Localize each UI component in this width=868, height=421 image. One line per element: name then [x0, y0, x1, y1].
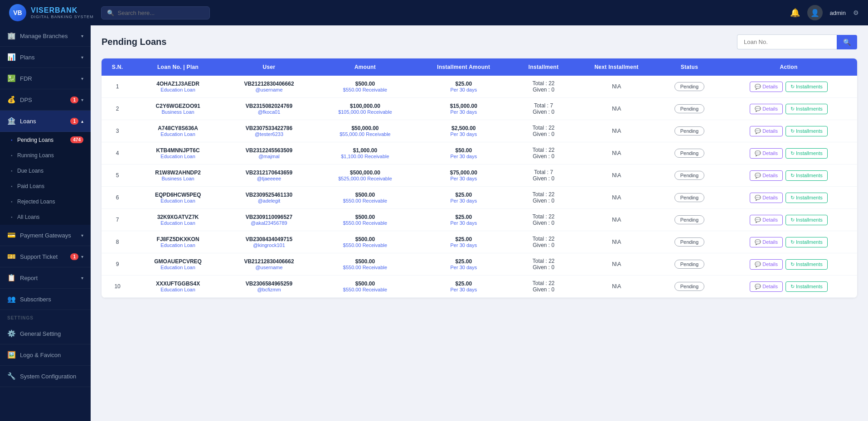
cell-action: 💬 Details ↻ Installments — [720, 231, 857, 253]
chevron-icon: ▾ — [81, 97, 83, 102]
cell-status: Pending — [659, 76, 720, 98]
cell-loan-plan: 32K9XGATVZ7K Education Loan — [133, 209, 223, 231]
sidebar-label-dps: DPS — [20, 97, 32, 103]
cell-action: 💬 Details ↻ Installments — [720, 120, 857, 142]
cell-next-installment: N\A — [574, 209, 658, 231]
cell-installment-amount: $25.00 Per 30 days — [415, 209, 513, 231]
installments-button[interactable]: ↻ Installments — [786, 126, 828, 136]
details-button[interactable]: 💬 Details — [750, 170, 783, 181]
main-layout: 🏢 Manage Branches ▾ 📊 Plans ▾ 💹 FDR ▾ 💰 … — [0, 25, 868, 421]
sidebar-label-report: Report — [20, 275, 38, 281]
cell-user: VB2315082024769 @fkoca01 — [223, 98, 315, 120]
installments-button[interactable]: ↻ Installments — [786, 170, 828, 181]
cell-status: Pending — [659, 209, 720, 231]
payment-gateways-icon: 💳 — [7, 231, 15, 239]
cell-user: VB2306584965259 @bcfizmm — [223, 276, 315, 298]
col-user: User — [223, 58, 315, 76]
installments-button[interactable]: ↻ Installments — [786, 148, 828, 159]
logo-favicon-icon: 🖼️ — [7, 351, 15, 359]
sidebar-item-fdr[interactable]: 💹 FDR ▾ — [0, 68, 91, 89]
cell-installment-amount: $25.00 Per 30 days — [415, 231, 513, 253]
cell-action: 💬 Details ↻ Installments — [720, 165, 857, 187]
chevron-icon: ▾ — [81, 34, 83, 39]
details-button[interactable]: 💬 Details — [750, 82, 783, 92]
sidebar-item-pending-loans[interactable]: Pending Loans 474 — [0, 132, 91, 148]
details-button[interactable]: 💬 Details — [750, 104, 783, 114]
sidebar-item-manage-branches[interactable]: 🏢 Manage Branches ▾ — [0, 25, 91, 47]
cell-sn: 8 — [102, 231, 133, 253]
installments-button[interactable]: ↻ Installments — [786, 82, 828, 92]
loan-search-input[interactable] — [737, 34, 837, 49]
cell-installment: Total : 7 Given : 0 — [513, 165, 575, 187]
sidebar-item-payment-gateways[interactable]: 💳 Payment Gateways ▾ — [0, 225, 91, 246]
user-gear-icon[interactable]: ⚙ — [853, 9, 859, 16]
report-icon: 📋 — [7, 274, 15, 282]
cell-user: VB2312170643659 @tjaeeeee — [223, 165, 315, 187]
sidebar-label-general-setting: General Setting — [20, 330, 61, 337]
search-input[interactable] — [118, 10, 204, 16]
details-button[interactable]: 💬 Details — [750, 193, 783, 203]
installments-button[interactable]: ↻ Installments — [786, 259, 828, 270]
sidebar-item-report[interactable]: 📋 Report ▾ — [0, 267, 91, 289]
details-button[interactable]: 💬 Details — [750, 215, 783, 225]
sidebar-item-general-setting[interactable]: ⚙️ General Setting — [0, 323, 91, 344]
cell-user: VB2309525461130 @adelegit — [223, 187, 315, 209]
loans-table: S.N. Loan No. | Plan User Amount Install… — [102, 58, 857, 298]
installments-button[interactable]: ↻ Installments — [786, 193, 828, 203]
cell-installment: Total : 22 Given : 0 — [513, 276, 575, 298]
cell-next-installment: N\A — [574, 165, 658, 187]
cell-action: 💬 Details ↻ Installments — [720, 253, 857, 276]
cell-sn: 1 — [102, 76, 133, 98]
cell-installment: Total : 22 Given : 0 — [513, 76, 575, 98]
details-button[interactable]: 💬 Details — [750, 281, 783, 292]
dps-icon: 💰 — [7, 96, 15, 104]
cell-amount: $500.00 $550.00 Receivable — [315, 276, 415, 298]
installments-button[interactable]: ↻ Installments — [786, 237, 828, 247]
chevron-icon: ▾ — [81, 254, 83, 259]
general-setting-icon: ⚙️ — [7, 329, 15, 338]
cell-user: VB21212830406662 @username — [223, 253, 315, 276]
cell-action: 💬 Details ↻ Installments — [720, 98, 857, 120]
pending-loans-label: Pending Loans — [17, 137, 53, 143]
support-badge: 1 — [70, 253, 78, 260]
details-button[interactable]: 💬 Details — [750, 237, 783, 247]
cell-action: 💬 Details ↻ Installments — [720, 76, 857, 98]
sidebar-item-all-loans[interactable]: All Loans — [0, 209, 91, 225]
loans-submenu: Pending Loans 474 Running Loans Due Loan… — [0, 132, 91, 225]
cell-installment: Total : 22 Given : 0 — [513, 253, 575, 276]
sidebar-item-dps[interactable]: 💰 DPS 1 ▾ — [0, 89, 91, 111]
sidebar-item-paid-loans[interactable]: Paid Loans — [0, 179, 91, 194]
sidebar-item-logo-favicon[interactable]: 🖼️ Logo & Favicon — [0, 344, 91, 366]
sidebar-item-plans[interactable]: 📊 Plans ▾ — [0, 47, 91, 68]
sidebar-item-system-configuration[interactable]: 🔧 System Configuration — [0, 366, 91, 387]
chevron-icon: ▾ — [81, 55, 83, 60]
cell-action: 💬 Details ↻ Installments — [720, 276, 857, 298]
details-button[interactable]: 💬 Details — [750, 148, 783, 159]
installments-button[interactable]: ↻ Installments — [786, 215, 828, 225]
cell-loan-plan: R1W8W2AHNDP2 Business Loan — [133, 165, 223, 187]
details-button[interactable]: 💬 Details — [750, 126, 783, 136]
cell-installment-amount: $25.00 Per 30 days — [415, 253, 513, 276]
cell-sn: 3 — [102, 120, 133, 142]
logo-text: VISERBANK DIGITAL BANKING SYSTEM — [31, 6, 94, 19]
loan-search-button[interactable]: 🔍 — [837, 35, 857, 49]
installments-button[interactable]: ↻ Installments — [786, 104, 828, 114]
cell-installment: Total : 22 Given : 0 — [513, 187, 575, 209]
sidebar-item-subscribers[interactable]: 👥 Subscribers — [0, 289, 91, 310]
cell-installment-amount: $2,500.00 Per 30 days — [415, 120, 513, 142]
cell-loan-plan: EQPD6HCW5PEQ Education Loan — [133, 187, 223, 209]
cell-installment-amount: $75,000.00 Per 30 days — [415, 165, 513, 187]
sidebar-item-support-ticket[interactable]: 🎫 Support Ticket 1 ▾ — [0, 246, 91, 267]
search-bar[interactable]: 🔍 — [101, 6, 210, 19]
installments-button[interactable]: ↻ Installments — [786, 281, 828, 292]
cell-amount: $500.00 $550.00 Receivable — [315, 187, 415, 209]
search-icon: 🔍 — [107, 10, 114, 16]
details-button[interactable]: 💬 Details — [750, 259, 783, 270]
notification-icon[interactable]: 🔔 — [790, 8, 800, 18]
sidebar-item-due-loans[interactable]: Due Loans — [0, 163, 91, 179]
sidebar-item-rejected-loans[interactable]: Rejected Loans — [0, 194, 91, 209]
cell-loan-plan: A748CY8S636A Education Loan — [133, 120, 223, 142]
sidebar-item-loans[interactable]: 🏦 Loans 1 ▴ — [0, 111, 91, 132]
cell-installment-amount: $25.00 Per 30 days — [415, 187, 513, 209]
sidebar-item-running-loans[interactable]: Running Loans — [0, 148, 91, 163]
